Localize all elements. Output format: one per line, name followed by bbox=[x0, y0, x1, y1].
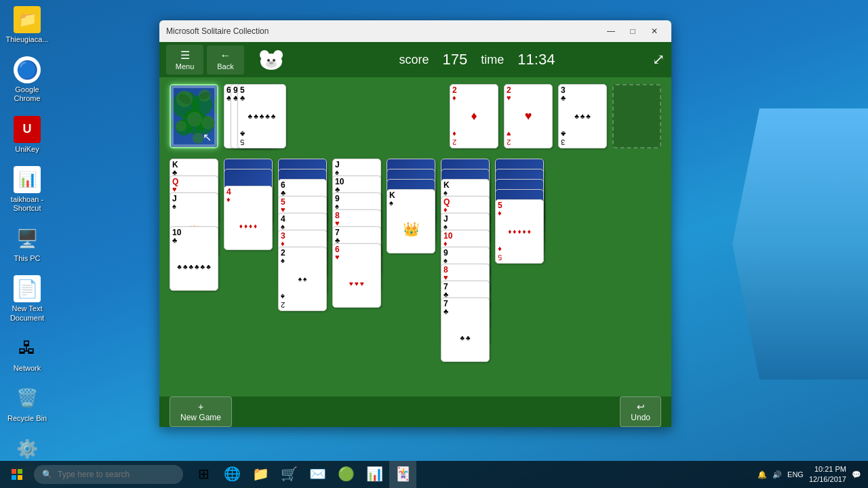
this-pc-label: This PC bbox=[14, 254, 40, 263]
tab7-card1[interactable]: 5♦ ♦ ♦ ♦ ♦ ♦ 5♦ bbox=[495, 199, 544, 264]
taskbar-solitaire-icon[interactable]: 🃏 bbox=[389, 461, 416, 488]
taikhoan-icon: 📊 bbox=[14, 166, 41, 193]
tab3-card5[interactable]: 2♠ ♠ ♠ 2♠ bbox=[278, 247, 327, 311]
svg-rect-19 bbox=[12, 475, 16, 480]
unikey-label: UniKey bbox=[15, 145, 39, 154]
game-toolbar: ☰ Menu ← Back bbox=[159, 42, 671, 77]
stock-pile[interactable]: ↖ bbox=[170, 84, 218, 148]
taskbar-mail-icon[interactable]: ✉️ bbox=[304, 461, 331, 488]
time-value: 11:34 bbox=[517, 51, 555, 68]
clock-date: 12/16/2017 bbox=[809, 474, 846, 485]
svg-point-6 bbox=[267, 59, 270, 62]
svg-point-11 bbox=[187, 112, 202, 127]
tableau-col-6: K♠ Q♦ J♠ 10♦ 9♠ bbox=[441, 159, 490, 369]
taskbar-store-icon[interactable]: 🛒 bbox=[275, 461, 302, 488]
foundation-2[interactable]: 2 ♥ ♥ 2♥ bbox=[504, 84, 553, 148]
chrome-label: Google Chrome bbox=[6, 85, 48, 103]
tableau-col-5: K♠ 👑 bbox=[387, 159, 435, 281]
game-area: ↖ 6 ♣ 9 ♣ bbox=[159, 77, 671, 396]
new-game-label: New Game bbox=[180, 413, 221, 422]
score-area: score 175 time 11:34 bbox=[305, 51, 649, 68]
svg-rect-20 bbox=[18, 475, 22, 480]
tab1-card4[interactable]: 10♣ ♣♣ ♣♣ ♣♣ bbox=[170, 226, 218, 291]
desktop-icon-chrome[interactable]: 🔵 Google Chrome bbox=[3, 54, 51, 106]
tableau-col-1: K♣ 👑 Q♥ 👸 J♠ 🤴 10♣ bbox=[170, 159, 218, 277]
expand-button[interactable]: ⤢ bbox=[652, 51, 665, 68]
tab6-card8[interactable]: 7♣ ♣ ♣ bbox=[441, 298, 490, 362]
foundation-1[interactable]: 2 ♦ ♦ 2♦ bbox=[450, 84, 498, 148]
search-input[interactable] bbox=[58, 470, 166, 479]
taskbar-edge-icon[interactable]: 🌐 bbox=[218, 461, 245, 488]
desktop-icon-this-pc[interactable]: 🖥️ This PC bbox=[3, 222, 51, 266]
taskbar-excel-icon[interactable]: 📊 bbox=[361, 461, 388, 488]
svg-point-12 bbox=[176, 121, 186, 131]
desktop-icon-network[interactable]: 🖧 Network bbox=[3, 332, 51, 375]
new-text-label: New Text Document bbox=[6, 304, 48, 322]
taikhoan-label: taikhoan - Shortcut bbox=[6, 195, 48, 213]
tab4-card6[interactable]: 6♥ ♥ ♥ ♥ bbox=[332, 243, 381, 308]
window-title: Microsoft Solitaire Collection bbox=[166, 26, 269, 36]
tableau-col-2: 4♦ ♦ ♦ ♦ ♦ bbox=[224, 159, 273, 253]
time-label: time bbox=[481, 53, 504, 67]
undo-button[interactable]: ↩ Undo bbox=[620, 396, 661, 427]
control-panel-icon: ⚙️ bbox=[14, 435, 41, 462]
tab2-card-top[interactable]: 4♦ ♦ ♦ ♦ ♦ bbox=[224, 186, 273, 250]
new-text-icon: 📄 bbox=[14, 275, 41, 302]
title-bar: Microsoft Solitaire Collection — □ ✕ bbox=[159, 20, 671, 42]
desktop-icon-taikhoan[interactable]: 📊 taikhoan - Shortcut bbox=[3, 163, 51, 216]
back-button[interactable]: ← Back bbox=[207, 45, 244, 75]
svg-point-13 bbox=[201, 116, 215, 129]
recycle-bin-label: Recycle Bin bbox=[7, 414, 47, 423]
desktop: 📁 Thieugiaca... 🔵 Google Chrome U UniKey… bbox=[0, 0, 868, 488]
game-footer: + New Game ↩ Undo bbox=[159, 396, 671, 427]
taskbar-right: 🔔 🔊 ENG 10:21 PM 12/16/2017 💬 bbox=[751, 464, 868, 485]
solitaire-window: Microsoft Solitaire Collection — □ ✕ ☰ M… bbox=[159, 20, 671, 427]
svg-point-8 bbox=[269, 62, 273, 64]
waste-card-3[interactable]: 5 ♣ ♣ ♣ ♣ ♣ ♣ 5♣ bbox=[237, 84, 286, 148]
windows-icon bbox=[12, 469, 22, 480]
language-indicator: ENG bbox=[787, 470, 804, 479]
desktop-icon-recycle-bin[interactable]: 🗑️ Recycle Bin bbox=[3, 382, 51, 426]
task-view-button[interactable]: ⊞ bbox=[190, 461, 217, 488]
time-display: 10:21 PM 12/16/2017 bbox=[809, 464, 846, 485]
thieugiaca-icon: 📁 bbox=[14, 6, 41, 33]
close-button[interactable]: ✕ bbox=[644, 24, 665, 38]
desktop-right-decoration bbox=[732, 108, 868, 380]
clock-time: 10:21 PM bbox=[814, 464, 846, 474]
menu-button[interactable]: ☰ Menu bbox=[166, 45, 203, 75]
undo-label: Undo bbox=[631, 413, 650, 422]
bear-logo bbox=[254, 46, 288, 73]
network-label: Network bbox=[14, 364, 41, 373]
desktop-icon-new-text[interactable]: 📄 New Text Document bbox=[3, 272, 51, 325]
desktop-icon-unikey[interactable]: U UniKey bbox=[3, 113, 51, 157]
taskbar-chrome-icon[interactable]: 🟢 bbox=[332, 461, 359, 488]
taskbar-explorer-icon[interactable]: 📁 bbox=[247, 461, 274, 488]
notification-icon: 🔔 bbox=[757, 470, 767, 479]
thieugiaca-label: Thieugiaca... bbox=[6, 35, 49, 44]
maximize-button[interactable]: □ bbox=[623, 24, 643, 38]
svg-rect-18 bbox=[18, 469, 22, 474]
desktop-icon-thieugiaca[interactable]: 📁 Thieugiaca... bbox=[3, 3, 51, 47]
action-center-icon[interactable]: 💬 bbox=[852, 470, 861, 479]
new-game-button[interactable]: + New Game bbox=[170, 396, 232, 427]
search-bar[interactable]: 🔍 bbox=[34, 465, 183, 484]
svg-point-14 bbox=[193, 133, 203, 144]
tableau-area: K♣ 👑 Q♥ 👸 J♠ 🤴 10♣ bbox=[170, 159, 661, 390]
minimize-button[interactable]: — bbox=[601, 24, 621, 38]
waste-pile[interactable]: 6 ♣ 9 ♣ 5 ♣ bbox=[224, 84, 288, 148]
start-button[interactable] bbox=[0, 461, 34, 488]
taskbar-apps: ⊞ 🌐 📁 🛒 ✉️ 🟢 📊 🃏 bbox=[190, 461, 416, 488]
foundation-3[interactable]: 3 ♣ ♣ ♣ ♣ 3♣ bbox=[558, 84, 607, 148]
volume-icon: 🔊 bbox=[772, 470, 782, 479]
undo-icon: ↩ bbox=[637, 401, 645, 412]
this-pc-icon: 🖥️ bbox=[14, 225, 41, 252]
foundation-4[interactable] bbox=[612, 84, 661, 148]
search-icon: 🔍 bbox=[42, 470, 52, 479]
chrome-icon: 🔵 bbox=[14, 56, 41, 83]
plus-icon: + bbox=[198, 401, 203, 412]
svg-point-7 bbox=[273, 59, 275, 62]
recycle-bin-icon: 🗑️ bbox=[14, 385, 41, 412]
svg-point-4 bbox=[275, 51, 281, 56]
score-label: score bbox=[399, 53, 429, 67]
window-controls: — □ ✕ bbox=[601, 24, 665, 38]
